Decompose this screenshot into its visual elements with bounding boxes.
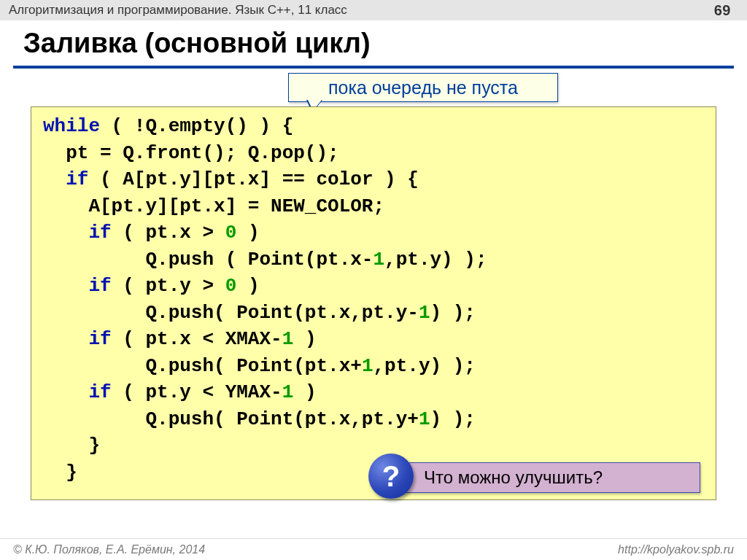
top-bar: Алгоритмизация и программирование. Язык … — [0, 0, 747, 20]
kw-if: if — [88, 222, 111, 244]
num-one: 1 — [362, 355, 374, 377]
num-one: 1 — [419, 302, 430, 324]
queue-callout: пока очередь не пуста — [288, 73, 558, 102]
kw-while: while — [43, 115, 100, 137]
num-one: 1 — [282, 381, 294, 403]
footer-url: http://kpolyakov.spb.ru — [618, 543, 734, 556]
question-callout: Что можно улучшить? — [387, 462, 700, 493]
kw-if: if — [88, 275, 111, 297]
slide-title: Заливка (основной цикл) — [23, 28, 371, 59]
code-listing: while ( !Q.empty() ) { pt = Q.front(); Q… — [43, 113, 704, 486]
kw-if: if — [88, 381, 111, 403]
num-one: 1 — [373, 249, 384, 271]
num-one: 1 — [419, 408, 430, 430]
num-zero: 0 — [225, 275, 237, 297]
kw-if: if — [88, 328, 111, 350]
copyright: © К.Ю. Поляков, Е.А. Ерёмин, 2014 — [13, 543, 205, 556]
question-mark-icon: ? — [368, 454, 414, 499]
kw-if: if — [66, 168, 88, 190]
num-one: 1 — [282, 328, 294, 350]
num-zero: 0 — [225, 222, 237, 244]
code-box: while ( !Q.empty() ) { pt = Q.front(); Q… — [31, 106, 716, 500]
question-text: Что можно улучшить? — [424, 467, 603, 488]
page-number: 69 — [714, 2, 731, 19]
footer: © К.Ю. Поляков, Е.А. Ерёмин, 2014 http:/… — [0, 538, 747, 560]
slide: Алгоритмизация и программирование. Язык … — [0, 0, 747, 560]
subject-label: Алгоритмизация и программирование. Язык … — [9, 3, 347, 18]
title-rule — [13, 66, 734, 69]
